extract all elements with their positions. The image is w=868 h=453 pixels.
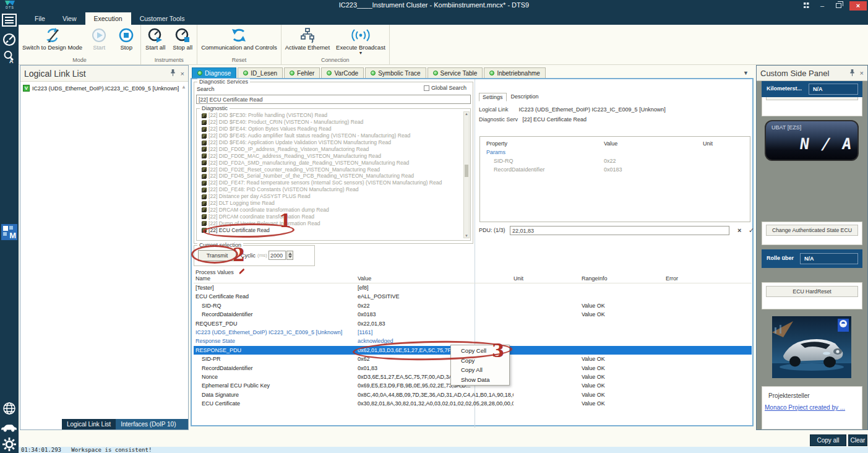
refresh-icon bbox=[230, 27, 247, 44]
pdu-label: PDU: (1/3) bbox=[479, 227, 505, 233]
workspace-tab[interactable]: ID_Lesen bbox=[238, 67, 283, 78]
scroll-up-icon[interactable]: ▲ bbox=[181, 84, 186, 90]
process-value-row[interactable]: ECU Certificate 0x30,82,01,8A,30,82,01,3… bbox=[194, 399, 752, 408]
pin-icon[interactable] bbox=[170, 69, 176, 78]
diagnostic-tree[interactable]: [22] DID $FE30: Profile handling (VISTEO… bbox=[199, 112, 462, 238]
minimize-icon[interactable]: – bbox=[817, 0, 827, 11]
tree-item[interactable]: [22] DID_FD2A_SMD_manufacturing_date_Rea… bbox=[199, 159, 462, 166]
clear-pdu-icon[interactable]: × bbox=[737, 226, 741, 234]
tree-item[interactable]: [22] DID $FE45: Audio amplifier fault st… bbox=[199, 132, 462, 139]
tabs-overflow-icon[interactable]: ▼ bbox=[743, 70, 749, 76]
close-icon[interactable]: × bbox=[860, 69, 864, 77]
logical-link-item[interactable]: V IC223 (UDS_Ethernet_DoIP).IC223_IC_E00… bbox=[20, 82, 188, 93]
panel-bottom-tab[interactable]: Interfaces (DoIP 10) bbox=[116, 419, 181, 429]
tree-item[interactable]: [22] DID_FD45_Serial_Number_of_the_PCB_R… bbox=[199, 173, 462, 179]
process-value-row[interactable]: ECU Certificate Read eALL_POSITIVE bbox=[194, 292, 752, 301]
copy-all-button[interactable]: Copy all bbox=[810, 434, 846, 446]
process-value-row[interactable]: [Tester] [ef8] bbox=[194, 283, 752, 292]
confirm-pdu-icon[interactable]: ✓ bbox=[749, 226, 754, 235]
cyclic-spinner[interactable] bbox=[286, 251, 293, 260]
workspace-tab[interactable]: Service Table bbox=[428, 67, 483, 78]
search-input[interactable] bbox=[196, 95, 471, 104]
clear-button[interactable]: Clear bbox=[848, 434, 867, 446]
scroll-up-icon[interactable]: ▲ bbox=[464, 112, 469, 116]
settings-tab[interactable]: Description bbox=[508, 93, 542, 101]
monitor-m-icon[interactable]: M bbox=[1, 224, 17, 240]
tree-item[interactable]: [22] DRCAM coordinate transformation Rea… bbox=[199, 213, 462, 220]
execute-broadcast-button[interactable]: Execute Broadcast ▼ bbox=[336, 26, 385, 55]
tree-item[interactable]: [22] DID_FE47: Read temperature sensors … bbox=[199, 179, 462, 186]
restore-icon[interactable] bbox=[833, 0, 843, 11]
tree-item[interactable]: [22] DID_FD0E_MAC_address_Reading_VISTEO… bbox=[199, 152, 462, 159]
change-authenticated-state-button[interactable]: Change Authenticated State ECU bbox=[766, 225, 858, 236]
start-all-button[interactable]: Start all bbox=[145, 26, 166, 51]
ecu-hardreset-button[interactable]: ECU HardReset bbox=[766, 286, 858, 297]
tree-item[interactable]: [22] DID $FE40: Product_CRIN (VISTEON - … bbox=[199, 119, 462, 126]
menu-tab[interactable]: Execution bbox=[85, 12, 131, 25]
car-icon[interactable] bbox=[1, 423, 17, 435]
gear-icon[interactable] bbox=[2, 437, 17, 453]
tree-item[interactable]: [22] DID $FE30: Profile handling (VISTEO… bbox=[199, 112, 462, 119]
menu-tab[interactable]: File bbox=[26, 12, 54, 25]
process-values-label: Process Values bbox=[196, 269, 234, 275]
pdu-input[interactable] bbox=[510, 226, 729, 235]
hamburger-menu-icon[interactable] bbox=[2, 14, 17, 27]
logical-link-list[interactable]: V IC223 (UDS_Ethernet_DoIP).IC223_IC_E00… bbox=[20, 82, 188, 419]
settings-tab[interactable]: Settings bbox=[479, 93, 507, 101]
layout-grid-icon[interactable] bbox=[801, 0, 811, 11]
parameter-row[interactable]: Params bbox=[480, 149, 750, 158]
gauge-icon[interactable] bbox=[2, 32, 17, 50]
cyclic-interval-input[interactable] bbox=[269, 251, 286, 260]
switch-to-design-mode-button[interactable]: Switch to Design Mode bbox=[22, 26, 82, 51]
stop-all-button[interactable]: Stop all bbox=[172, 26, 193, 51]
communication-and-controls-button[interactable]: Communication and Controls bbox=[201, 26, 277, 51]
workspace-tab[interactable]: Diagnose bbox=[192, 67, 236, 78]
ubat-display: UBAT [EZS] N / A bbox=[765, 120, 859, 161]
parameter-row[interactable]: RecordDataIdentifier 0x0183 bbox=[480, 166, 750, 175]
close-icon[interactable]: × bbox=[181, 70, 184, 77]
parameter-row[interactable]: SID-RQ 0x22 bbox=[480, 158, 750, 166]
process-value-row[interactable]: RecordDataIdentifier 0x0183 Value OK bbox=[194, 310, 752, 319]
globe-icon[interactable] bbox=[2, 401, 17, 418]
tree-item[interactable]: [22] DLT Logging time Read bbox=[199, 200, 462, 207]
process-value-row[interactable]: IC223 (UDS_Ethernet_DoIP) IC223_IC_E009_… bbox=[194, 328, 752, 337]
tree-item[interactable]: [22] DID $FE44: Option Bytes Values Read… bbox=[199, 126, 462, 132]
workspace-tab[interactable]: Fehler bbox=[284, 67, 320, 78]
menu-tab[interactable]: Customer Tools bbox=[131, 12, 194, 25]
tree-scrollbar[interactable]: ▲ ▼ bbox=[463, 111, 470, 238]
tree-item[interactable]: [22] DID_FE48: PID Constants (VISTEON Ma… bbox=[199, 186, 462, 193]
ribbon-group-mode: Switch to Design Mode Start Stop Mode bbox=[19, 25, 141, 64]
project-link[interactable]: Monaco Project created by ... bbox=[765, 404, 862, 411]
scroll-down-icon[interactable]: ▼ bbox=[464, 234, 469, 238]
close-icon[interactable]: × bbox=[849, 1, 867, 11]
panel-bottom-tab[interactable]: Logical Link List bbox=[62, 419, 116, 429]
global-search-checkbox[interactable] bbox=[424, 85, 429, 91]
global-search-option: Global Search bbox=[424, 85, 466, 91]
pin-icon[interactable] bbox=[849, 69, 855, 78]
tree-item[interactable]: [22] DID_FD2E_Reset_counter_reading_VIST… bbox=[199, 166, 462, 173]
field-value[interactable]: N/A bbox=[800, 253, 858, 264]
broadcast-dropdown-icon[interactable]: ▼ bbox=[358, 51, 363, 55]
svg-text:A: A bbox=[9, 58, 14, 64]
tree-item[interactable]: [22] DRCAM coordinate transformation dum… bbox=[199, 206, 462, 213]
tree-item-label: [22] DID $FE40: Product_CRIN (VISTEON - … bbox=[208, 119, 363, 125]
workspace-tab[interactable]: VarCode bbox=[321, 67, 364, 78]
tree-item[interactable]: [22] DID_FD0D_IP_address_Reading_Visteon… bbox=[199, 145, 462, 152]
tree-item[interactable]: [22] Distance per day ASSYST PLUS Read bbox=[199, 193, 462, 200]
activate-ethernet-button[interactable]: Activate Ethernet bbox=[285, 26, 330, 51]
workspace-tab[interactable]: Inbetriebnahme bbox=[484, 67, 546, 78]
tree-item[interactable]: [22] DID $FE46: Application Update Valid… bbox=[199, 139, 462, 146]
stop-button[interactable]: Stop bbox=[116, 26, 137, 51]
context-menu-item[interactable]: Show Data bbox=[451, 375, 509, 385]
ribbon-group-label: Reset bbox=[201, 56, 277, 64]
search-analysis-icon[interactable]: A bbox=[2, 50, 17, 67]
scrollbar-thumb[interactable] bbox=[465, 165, 468, 177]
process-value-row[interactable]: SID-RQ 0x22 Value OK bbox=[194, 301, 752, 310]
context-menu-item[interactable]: Copy All bbox=[451, 365, 509, 375]
start-button[interactable]: Start bbox=[88, 26, 110, 51]
process-value-row[interactable]: Data Signature 0x8C,40,0A,44,8B,09,7D,3E… bbox=[194, 390, 752, 399]
process-value-row[interactable]: REQUEST_PDU 0x22,01,83 bbox=[194, 319, 752, 328]
workspace-tab[interactable]: Symbolic Trace bbox=[365, 67, 426, 78]
menu-tab[interactable]: View bbox=[54, 12, 85, 25]
field-value[interactable]: N/A bbox=[809, 84, 858, 95]
